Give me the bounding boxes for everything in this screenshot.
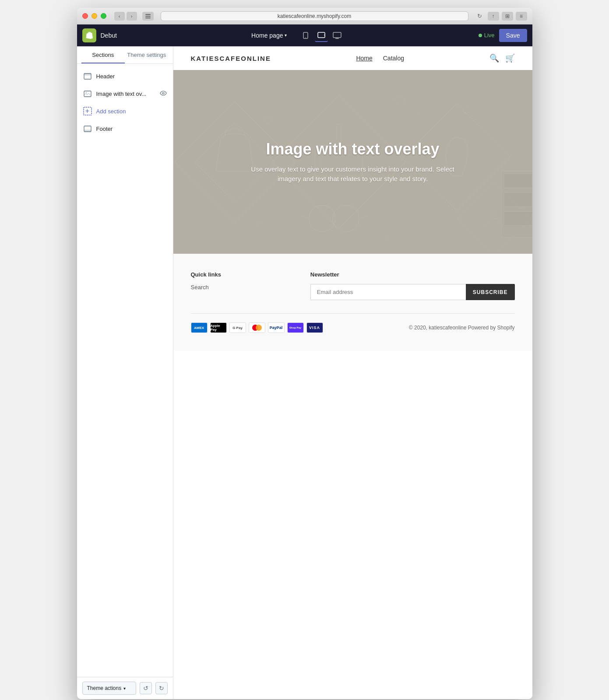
redo-button[interactable]: ↻ (155, 682, 168, 694)
sidebar-footer: Theme actions ▾ ↺ ↻ (77, 677, 173, 699)
svg-point-6 (324, 35, 324, 35)
apple-pay-icon: Apple Pay (210, 322, 227, 333)
tab-btn[interactable] (142, 12, 154, 21)
tab-theme-settings[interactable]: Theme settings (125, 46, 169, 63)
hero-subtitle: Use overlay text to give your customers … (248, 164, 458, 184)
add-section-label: Add section (96, 108, 126, 115)
save-button[interactable]: Save (499, 29, 527, 42)
topbar-center: Home page ▾ (121, 29, 474, 42)
sidebar-toggle-btn[interactable]: ≡ (516, 12, 527, 21)
sidebar-tabs: Sections Theme settings (77, 46, 173, 64)
footer-quick-links: Quick links Search (191, 271, 293, 300)
payment-icons: AMEX Apple Pay G Pay PayPal (191, 322, 323, 333)
editor-topbar: Debut Home page ▾ (77, 24, 532, 46)
search-icon[interactable]: 🔍 (489, 53, 499, 63)
editor-wrapper: Debut Home page ▾ (77, 24, 532, 699)
tab-sections[interactable]: Sections (81, 46, 125, 63)
svg-rect-7 (333, 32, 341, 38)
store-nav: Home Catalog (356, 55, 404, 62)
close-btn[interactable] (82, 13, 88, 19)
hero-section: Image with text overlay Use overlay text… (173, 70, 532, 254)
copyright: © 2020, katiescafeonline Powered by Shop… (409, 325, 515, 331)
url-text: katiescafeonline.myshopify.com (278, 13, 352, 19)
footer-label: Footer (96, 126, 167, 132)
nav-catalog[interactable]: Catalog (383, 55, 404, 62)
svg-point-26 (417, 113, 421, 117)
google-pay-icon: G Pay (229, 322, 246, 333)
email-input[interactable] (310, 284, 466, 300)
desktop-btn[interactable] (331, 29, 344, 42)
share-btn[interactable]: ↑ (488, 12, 499, 21)
subscribe-button[interactable]: SUBSCRIBE (466, 284, 515, 300)
add-section-item[interactable]: + Add section (77, 102, 173, 120)
undo-button[interactable]: ↺ (140, 682, 152, 694)
sidebar-item-header[interactable]: Header (77, 67, 173, 85)
eye-icon[interactable] (160, 91, 167, 97)
image-overlay-label: Image with text ov... (96, 91, 155, 97)
mac-titlebar: ‹ › katiescafeonline.myshopify.com ↻ ↑ ⊞… (77, 8, 532, 24)
mastercard-icon (249, 322, 265, 333)
page-selector[interactable]: Home page ▾ (251, 32, 287, 39)
svg-point-29 (463, 107, 469, 113)
hero-title: Image with text overlay (248, 140, 458, 158)
svg-rect-35 (504, 211, 532, 225)
theme-name: Debut (101, 32, 117, 39)
add-section-icon: + (83, 107, 92, 116)
forward-btn[interactable]: › (127, 12, 137, 21)
footer-newsletter: Newsletter SUBSCRIBE (310, 271, 515, 300)
nav-home[interactable]: Home (356, 55, 372, 62)
svg-point-24 (285, 103, 289, 107)
footer-bottom: AMEX Apple Pay G Pay PayPal (191, 314, 515, 333)
mobile-btn[interactable] (299, 29, 312, 42)
svg-point-27 (255, 220, 261, 226)
theme-actions-button[interactable]: Theme actions ▾ (82, 682, 136, 695)
newsletter-title: Newsletter (310, 271, 515, 278)
footer-top: Quick links Search Newsletter SUBSCRIBE (191, 271, 515, 314)
header-label: Header (96, 73, 167, 80)
image-overlay-icon (83, 89, 92, 98)
mac-window: ‹ › katiescafeonline.myshopify.com ↻ ↑ ⊞… (77, 8, 532, 699)
live-dot (479, 34, 482, 37)
footer-search-link[interactable]: Search (191, 284, 293, 290)
url-bar[interactable]: katiescafeonline.myshopify.com (161, 11, 468, 21)
minimize-btn[interactable] (92, 13, 97, 19)
cart-icon[interactable]: 🛒 (505, 53, 515, 63)
new-tab-btn[interactable]: ⊞ (502, 12, 513, 21)
svg-rect-14 (84, 130, 91, 132)
layout-header-icon (83, 72, 92, 80)
paypal-icon: PayPal (268, 322, 285, 333)
device-btns (299, 29, 344, 42)
sidebar-items: Header Image with text ov... (77, 64, 173, 677)
svg-rect-34 (504, 192, 532, 206)
preview-frame: KATIESCAFEONLINE Home Catalog 🔍 🛒 (173, 46, 532, 699)
store-header-icons: 🔍 🛒 (489, 53, 515, 63)
svg-rect-1 (145, 16, 151, 17)
svg-point-25 (395, 96, 405, 105)
editor-main: Sections Theme settings Header (77, 46, 532, 699)
layout-footer-icon (83, 124, 92, 133)
store-header: KATIESCAFEONLINE Home Catalog 🔍 🛒 (173, 46, 532, 70)
svg-rect-5 (318, 32, 325, 38)
svg-point-28 (384, 235, 388, 240)
amex-icon: AMEX (191, 322, 208, 333)
svg-point-23 (264, 116, 271, 123)
maximize-btn[interactable] (101, 13, 106, 19)
svg-rect-10 (84, 91, 91, 97)
preview-area: KATIESCAFEONLINE Home Catalog 🔍 🛒 (173, 46, 532, 699)
svg-point-4 (306, 37, 306, 38)
shopify-logo (82, 28, 96, 42)
sidebar-item-image-overlay[interactable]: Image with text ov... (77, 85, 173, 102)
svg-rect-0 (145, 14, 151, 15)
refresh-btn[interactable]: ↻ (475, 12, 484, 21)
svg-rect-2 (145, 18, 151, 18)
back-btn[interactable]: ‹ (114, 12, 125, 21)
svg-point-11 (85, 92, 87, 93)
tablet-btn[interactable] (315, 29, 328, 42)
svg-rect-9 (84, 74, 91, 76)
svg-point-30 (309, 205, 335, 231)
sidebar: Sections Theme settings Header (77, 46, 173, 699)
dropdown-arrow-icon: ▾ (123, 686, 126, 691)
shopify-pay-icon: Shop Pay (287, 322, 304, 333)
quick-links-title: Quick links (191, 271, 293, 278)
sidebar-item-footer[interactable]: Footer (77, 120, 173, 137)
